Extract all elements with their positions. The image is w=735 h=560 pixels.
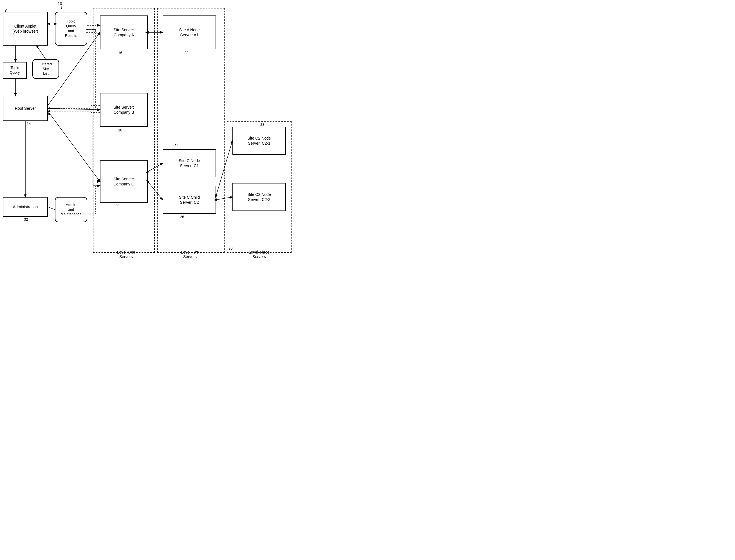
- root-server-label: Root Server: [15, 106, 36, 111]
- site-c2-node2-label: Site C2 NodeServer: C2-2: [247, 192, 271, 202]
- ref-28: 28: [260, 122, 264, 127]
- topic-query-results-box: TopicQueryandResults: [55, 12, 87, 46]
- topic-query-box: TopicQuery: [3, 62, 27, 79]
- svg-line-6: [48, 111, 100, 182]
- filtered-site-list-box: FilteredSiteList: [32, 59, 59, 79]
- site-server-b-box: Site Server:Company B: [100, 93, 148, 127]
- ref-24: 24: [174, 144, 178, 148]
- site-c2-node1-label: Site C2 NodeServer: C2-1: [247, 136, 271, 146]
- filtered-site-list-label: FilteredSiteList: [40, 62, 52, 76]
- client-applet-label: Client Applet(Web browser): [12, 24, 38, 34]
- svg-line-5: [48, 108, 100, 110]
- site-c-node-label: Site C NodeServer: C1: [179, 158, 200, 168]
- client-applet-box: Client Applet(Web browser): [3, 12, 48, 46]
- site-server-c-box: Site Server:Company C: [100, 160, 148, 203]
- site-c-child-label: Site C ChildServer: C2: [179, 195, 200, 205]
- ref-32: 32: [24, 217, 28, 221]
- admin-maintenance-box: AdminandMaintenance: [55, 197, 87, 222]
- svg-line-15: [48, 207, 55, 210]
- ref-18: 18: [118, 128, 122, 132]
- site-c-child-box: Site C ChildServer: C2: [163, 186, 216, 214]
- level-two-label: Level-TwoServers: [163, 250, 217, 259]
- site-c-node-box: Site C NodeServer: C1: [163, 149, 216, 177]
- ref-14: 14: [27, 122, 31, 126]
- site-server-c-label: Site Server:Company C: [113, 176, 134, 187]
- ref-10-arrow: ↓: [60, 5, 62, 10]
- ref-26: 26: [180, 215, 184, 219]
- ref-22: 22: [184, 51, 188, 55]
- site-server-a-label: Site Server:Company A: [113, 27, 134, 37]
- root-server-box: Root Server: [3, 96, 48, 121]
- level-one-label: Level-OneServers: [102, 250, 150, 259]
- topic-query-results-label: TopicQueryandResults: [65, 19, 77, 38]
- ref-30: 30: [228, 246, 232, 250]
- ref-16: 16: [118, 51, 122, 55]
- administration-label: Administration: [13, 204, 38, 209]
- site-a-node-box: Site A NodeServer: A1: [163, 15, 216, 49]
- admin-maintenance-label: AdminandMaintenance: [60, 203, 81, 217]
- topic-query-label: TopicQuery: [10, 66, 20, 75]
- site-a-node-label: Site A NodeServer: A1: [179, 27, 200, 37]
- diagram: 10 ↓ 12 ⌐ Client Applet(Web browser) Top…: [0, 0, 367, 280]
- ref-20: 20: [115, 204, 119, 208]
- level-three-label: Level-ThreeServers: [232, 250, 286, 259]
- site-c2-node1-box: Site C2 NodeServer: C2-1: [232, 127, 286, 155]
- site-server-a-box: Site Server:Company A: [100, 15, 148, 49]
- svg-line-3: [37, 46, 46, 59]
- administration-box: Administration: [3, 197, 48, 217]
- site-server-b-label: Site Server:Company B: [113, 105, 134, 115]
- site-c2-node2-box: Site C2 NodeServer: C2-2: [232, 183, 286, 211]
